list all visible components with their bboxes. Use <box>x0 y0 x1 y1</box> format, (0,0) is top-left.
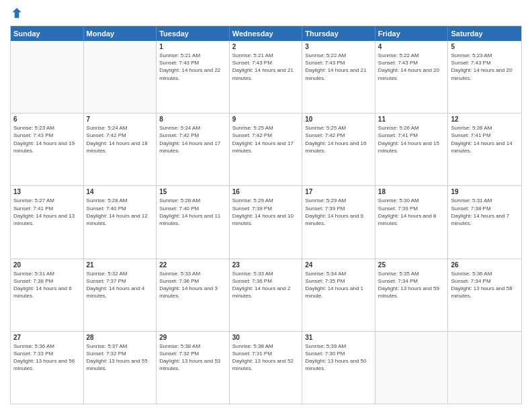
cal-cell: 16Sunrise: 5:29 AMSunset: 7:39 PMDayligh… <box>230 186 303 258</box>
day-number: 10 <box>305 116 372 123</box>
day-number: 28 <box>87 334 154 341</box>
day-number: 31 <box>305 334 372 341</box>
cell-detail: Sunrise: 5:27 AMSunset: 7:41 PMDaylight:… <box>13 197 81 227</box>
day-number: 26 <box>451 261 519 269</box>
cell-detail: Sunrise: 5:39 AMSunset: 7:30 PMDaylight:… <box>305 342 372 373</box>
day-number: 24 <box>305 261 372 269</box>
cal-week-row: 13Sunrise: 5:27 AMSunset: 7:41 PMDayligh… <box>11 186 521 259</box>
cell-detail: Sunrise: 5:21 AMSunset: 7:43 PMDaylight:… <box>159 52 226 82</box>
cell-detail: Sunrise: 5:38 AMSunset: 7:31 PMDaylight:… <box>232 342 300 373</box>
cell-detail: Sunrise: 5:28 AMSunset: 7:40 PMDaylight:… <box>159 197 226 227</box>
cell-detail: Sunrise: 5:36 AMSunset: 7:34 PMDaylight:… <box>451 270 519 300</box>
day-number: 13 <box>13 188 81 195</box>
cell-detail: Sunrise: 5:28 AMSunset: 7:40 PMDaylight:… <box>87 197 154 227</box>
cal-cell: 30Sunrise: 5:38 AMSunset: 7:31 PMDayligh… <box>230 332 303 404</box>
calendar-header: SundayMondayTuesdayWednesdayThursdayFrid… <box>11 26 521 41</box>
cell-detail: Sunrise: 5:33 AMSunset: 7:36 PMDaylight:… <box>159 270 226 300</box>
cal-cell: 29Sunrise: 5:38 AMSunset: 7:32 PMDayligh… <box>157 332 230 404</box>
cal-cell: 11Sunrise: 5:26 AMSunset: 7:41 PMDayligh… <box>375 113 449 185</box>
day-number: 22 <box>159 261 226 269</box>
cal-cell: 23Sunrise: 5:33 AMSunset: 7:36 PMDayligh… <box>230 259 303 331</box>
day-number: 21 <box>87 261 154 269</box>
day-number: 17 <box>305 188 372 195</box>
day-number: 30 <box>232 334 300 341</box>
day-number: 19 <box>451 188 519 195</box>
cell-detail: Sunrise: 5:31 AMSunset: 7:38 PMDaylight:… <box>451 197 519 227</box>
day-number: 3 <box>305 43 372 50</box>
cal-header-cell: Friday <box>375 26 449 41</box>
cell-detail: Sunrise: 5:33 AMSunset: 7:36 PMDaylight:… <box>232 270 300 300</box>
cal-cell: 12Sunrise: 5:26 AMSunset: 7:41 PMDayligh… <box>448 113 521 185</box>
day-number: 16 <box>232 188 300 195</box>
cal-cell: 18Sunrise: 5:30 AMSunset: 7:39 PMDayligh… <box>375 186 449 258</box>
day-number: 1 <box>159 43 226 50</box>
svg-marker-0 <box>12 8 21 18</box>
cell-detail: Sunrise: 5:35 AMSunset: 7:34 PMDaylight:… <box>378 270 445 300</box>
day-number: 9 <box>232 116 300 123</box>
day-number: 29 <box>159 334 226 341</box>
cal-cell <box>448 332 521 404</box>
cal-cell: 31Sunrise: 5:39 AMSunset: 7:30 PMDayligh… <box>302 332 375 404</box>
cal-cell: 13Sunrise: 5:27 AMSunset: 7:41 PMDayligh… <box>11 186 84 258</box>
cell-detail: Sunrise: 5:34 AMSunset: 7:35 PMDaylight:… <box>305 270 372 300</box>
cell-detail: Sunrise: 5:26 AMSunset: 7:41 PMDaylight:… <box>378 124 445 154</box>
cell-detail: Sunrise: 5:22 AMSunset: 7:43 PMDaylight:… <box>305 52 372 82</box>
cell-detail: Sunrise: 5:30 AMSunset: 7:39 PMDaylight:… <box>378 197 445 227</box>
day-number: 5 <box>451 43 519 50</box>
day-number: 20 <box>13 261 81 269</box>
day-number: 7 <box>87 116 154 123</box>
cal-header-cell: Thursday <box>302 26 375 41</box>
cell-detail: Sunrise: 5:22 AMSunset: 7:43 PMDaylight:… <box>378 52 445 82</box>
cal-cell: 25Sunrise: 5:35 AMSunset: 7:34 PMDayligh… <box>375 259 449 331</box>
day-number: 6 <box>13 116 81 123</box>
cal-week-row: 20Sunrise: 5:31 AMSunset: 7:38 PMDayligh… <box>11 259 521 332</box>
cal-header-cell: Wednesday <box>230 26 303 41</box>
cal-cell: 5Sunrise: 5:23 AMSunset: 7:43 PMDaylight… <box>448 41 521 113</box>
cal-week-row: 27Sunrise: 5:36 AMSunset: 7:33 PMDayligh… <box>11 332 521 404</box>
cal-header-cell: Sunday <box>11 26 84 41</box>
cal-cell: 27Sunrise: 5:36 AMSunset: 7:33 PMDayligh… <box>11 332 84 404</box>
day-number: 2 <box>232 43 300 50</box>
cell-detail: Sunrise: 5:29 AMSunset: 7:39 PMDaylight:… <box>305 197 372 227</box>
day-number: 11 <box>378 116 445 123</box>
day-number: 25 <box>378 261 445 269</box>
cal-cell <box>375 332 449 404</box>
day-number: 4 <box>378 43 445 50</box>
cal-cell: 26Sunrise: 5:36 AMSunset: 7:34 PMDayligh… <box>448 259 521 331</box>
day-number: 14 <box>87 188 154 195</box>
day-number: 15 <box>159 188 226 195</box>
day-number: 23 <box>232 261 300 269</box>
cal-header-cell: Tuesday <box>157 26 230 41</box>
cal-cell: 22Sunrise: 5:33 AMSunset: 7:36 PMDayligh… <box>157 259 230 331</box>
cal-week-row: 1Sunrise: 5:21 AMSunset: 7:43 PMDaylight… <box>11 41 521 113</box>
cell-detail: Sunrise: 5:32 AMSunset: 7:37 PMDaylight:… <box>87 270 154 300</box>
cal-cell: 8Sunrise: 5:24 AMSunset: 7:42 PMDaylight… <box>157 113 230 185</box>
cal-week-row: 6Sunrise: 5:23 AMSunset: 7:43 PMDaylight… <box>11 113 521 186</box>
cell-detail: Sunrise: 5:23 AMSunset: 7:43 PMDaylight:… <box>13 124 81 154</box>
day-number: 8 <box>159 116 226 123</box>
page: SundayMondayTuesdayWednesdayThursdayFrid… <box>0 0 532 411</box>
cal-cell: 14Sunrise: 5:28 AMSunset: 7:40 PMDayligh… <box>84 186 157 258</box>
cal-cell: 19Sunrise: 5:31 AMSunset: 7:38 PMDayligh… <box>448 186 521 258</box>
cal-cell: 2Sunrise: 5:21 AMSunset: 7:43 PMDaylight… <box>230 41 303 113</box>
cal-cell: 3Sunrise: 5:22 AMSunset: 7:43 PMDaylight… <box>302 41 375 113</box>
cell-detail: Sunrise: 5:26 AMSunset: 7:41 PMDaylight:… <box>451 124 519 154</box>
header <box>10 7 522 20</box>
cal-cell <box>84 41 157 113</box>
cell-detail: Sunrise: 5:24 AMSunset: 7:42 PMDaylight:… <box>159 124 226 154</box>
cal-header-cell: Saturday <box>448 26 521 41</box>
day-number: 27 <box>13 334 81 341</box>
cal-cell: 10Sunrise: 5:25 AMSunset: 7:42 PMDayligh… <box>302 113 375 185</box>
logo <box>10 7 26 20</box>
day-number: 12 <box>451 116 519 123</box>
cal-cell: 24Sunrise: 5:34 AMSunset: 7:35 PMDayligh… <box>302 259 375 331</box>
cal-header-cell: Monday <box>84 26 157 41</box>
cell-detail: Sunrise: 5:25 AMSunset: 7:42 PMDaylight:… <box>232 124 300 154</box>
cell-detail: Sunrise: 5:21 AMSunset: 7:43 PMDaylight:… <box>232 52 300 82</box>
calendar: SundayMondayTuesdayWednesdayThursdayFrid… <box>10 26 522 404</box>
cell-detail: Sunrise: 5:23 AMSunset: 7:43 PMDaylight:… <box>451 52 519 82</box>
cal-cell: 20Sunrise: 5:31 AMSunset: 7:38 PMDayligh… <box>11 259 84 331</box>
cal-cell: 17Sunrise: 5:29 AMSunset: 7:39 PMDayligh… <box>302 186 375 258</box>
cal-cell: 6Sunrise: 5:23 AMSunset: 7:43 PMDaylight… <box>11 113 84 185</box>
cell-detail: Sunrise: 5:31 AMSunset: 7:38 PMDaylight:… <box>13 270 81 300</box>
